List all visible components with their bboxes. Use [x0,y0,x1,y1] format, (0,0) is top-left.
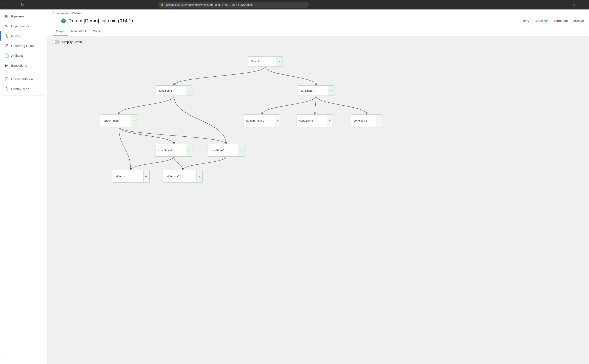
main-content: Experiments > Default ← ✓ Run of [Demo] … [47,9,589,364]
sidebar-item-artifacts[interactable]: 📄 Artifacts [0,51,47,60]
simplify-graph-toggle[interactable]: Simplify Graph [52,40,82,44]
node-condition-4[interactable]: condition-4✓ [298,85,334,96]
sidebar-item-pipelines[interactable]: ⊞ Pipelines [0,11,47,21]
sidebar-label-experiments: Experiments [11,24,29,28]
tab-graph[interactable]: Graph [53,27,68,36]
sidebar-label-artifacts: Artifacts [11,54,23,58]
node-label-random-num: random-num [100,117,132,124]
node-status-condition-1: ✓ [186,86,192,96]
tab-run-output[interactable]: Run output [68,27,90,36]
toggle-switch[interactable] [52,40,60,44]
sidebar-item-experiments[interactable]: ✎ Experiments [0,21,47,31]
artifacts-icon: 📄 [4,53,9,58]
clone-run-button[interactable]: Clone run [535,19,549,23]
browser-actions: ☆ ⬡ ⋮ [573,3,586,7]
node-label-print-msg: print-msg [112,173,143,180]
node-print-msg[interactable]: print-msg▶| [112,170,150,183]
node-condition-5[interactable]: condition-5▶| [297,114,333,127]
page-header: ← ✓ Run of [Demo] flip-coin (014f1) Retr… [47,16,589,27]
tabs: Graph Run output Config [47,27,589,36]
header-actions: Retry Clone run Terminate Archive [522,19,584,23]
sidebar-label-github: Github Repo [11,87,29,91]
pipelines-icon: ⊞ [4,14,9,19]
sidebar-item-documentation[interactable]: 📋 Documentation ↗ [0,74,47,84]
node-status-flip-coin: ✓ [276,57,282,66]
breadcrumb: Experiments > Default [47,9,589,16]
runs-icon: 🚶 [4,33,9,38]
node-print-msg-2[interactable]: print-msg-2✓ [163,170,203,183]
url-text: localhost:8080/#/runs/details/a4eb2bf5-4… [165,3,253,6]
browser-chrome: ← → ↻ 🔒 localhost:8080/#/runs/details/a4… [0,0,589,9]
sidebar-divider-2 [3,96,44,96]
refresh-button[interactable]: ↻ [20,1,25,8]
bookmark-icon[interactable]: ☆ [573,3,576,7]
sidebar-item-runs[interactable]: 🚶 Runs [0,31,47,41]
security-icon: 🔒 [161,3,164,6]
node-condition-6[interactable]: condition-6 [351,114,382,127]
node-random-num-2[interactable]: random-num-2▶| [243,114,281,127]
node-label-condition-4: condition-4 [298,87,328,94]
node-condition-2[interactable]: condition-2✓ [156,144,192,157]
node-status-random-num-2: ▶| [275,115,281,127]
node-flip-coin[interactable]: flip-coin✓ [248,56,282,67]
back-button[interactable]: ← [3,2,9,8]
node-status-condition-5: ▶| [327,115,333,127]
node-label-flip-coin: flip-coin [248,58,276,65]
sidebar-item-executions[interactable]: ▶ Executions [0,60,47,70]
breadcrumb-experiments[interactable]: Experiments [53,12,68,15]
github-icon: ⬡ [4,86,9,91]
forward-button[interactable]: → [12,2,17,8]
breadcrumb-default: Default [72,12,81,15]
node-condition-3[interactable]: condition-3✓ [208,144,244,157]
page-title: Run of [Demo] flip-coin (014f1) [68,18,133,24]
app-container: ⊞ Pipelines ✎ Experiments 🚶 Runs ⏱ Recur… [0,9,589,364]
node-label-condition-2: condition-2 [156,147,186,154]
page-title-area: ← ✓ Run of [Demo] flip-coin (014f1) [53,17,133,24]
sidebar-label-pipelines: Pipelines [11,14,24,18]
external-link-icon-gh: ↗ [33,88,35,90]
node-condition-1[interactable]: condition-1✓ [156,85,192,96]
node-status-condition-6 [376,115,382,127]
node-label-print-msg-2: print-msg-2 [163,173,196,180]
sidebar-label-recurring-runs: Recurring Runs [11,44,33,47]
sidebar-label-runs: Runs [11,34,19,38]
sidebar-label-executions: Executions [11,64,27,67]
experiments-icon: ✎ [4,24,9,28]
sidebar-item-recurring-runs[interactable]: ⏱ Recurring Runs [0,41,47,51]
executions-icon: ▶ [4,63,9,68]
collapse-button[interactable]: ‹ [0,353,47,362]
node-status-print-msg-2: ✓ [196,170,202,182]
node-status-print-msg: ▶| [143,170,149,182]
node-random-num[interactable]: random-num✓ [100,114,138,127]
recurring-runs-icon: ⏱ [4,44,9,48]
sidebar-divider-1 [3,72,44,72]
graph-nodes-container: flip-coin✓condition-1✓condition-4✓random… [47,36,589,364]
run-status-indicator: ✓ [61,19,66,23]
sidebar: ⊞ Pipelines ✎ Experiments 🚶 Runs ⏱ Recur… [0,9,47,364]
node-label-condition-5: condition-5 [297,117,327,124]
tab-config[interactable]: Config [89,27,105,36]
node-status-condition-4: ✓ [328,86,334,96]
retry-button[interactable]: Retry [522,19,529,23]
archive-button[interactable]: Archive [573,19,584,23]
documentation-icon: 📋 [4,77,9,81]
node-status-random-num: ✓ [132,115,138,127]
address-bar[interactable]: 🔒 localhost:8080/#/runs/details/a4eb2bf5… [158,2,309,8]
node-label-condition-6: condition-6 [351,117,376,124]
external-link-icon-doc: ↗ [36,78,38,80]
breadcrumb-separator: > [69,12,71,15]
extensions-icon[interactable]: ⬡ [577,3,580,7]
sidebar-label-documentation: Documentation [11,77,33,81]
sidebar-item-github-repo[interactable]: ⬡ Github Repo ↗ [0,84,47,94]
node-status-condition-2: ✓ [186,144,192,156]
node-label-condition-1: condition-1 [156,87,186,94]
more-icon[interactable]: ⋮ [582,3,586,7]
page-back-button[interactable]: ← [53,17,59,24]
node-label-random-num-2: random-num-2 [244,117,275,124]
graph-area: Simplify Graph flip-coin✓condition-1✓con… [47,36,589,364]
node-label-condition-3: condition-3 [208,147,238,154]
terminate-button[interactable]: Terminate [554,19,568,23]
node-status-condition-3: ✓ [238,144,244,156]
simplify-graph-label: Simplify Graph [62,40,82,44]
